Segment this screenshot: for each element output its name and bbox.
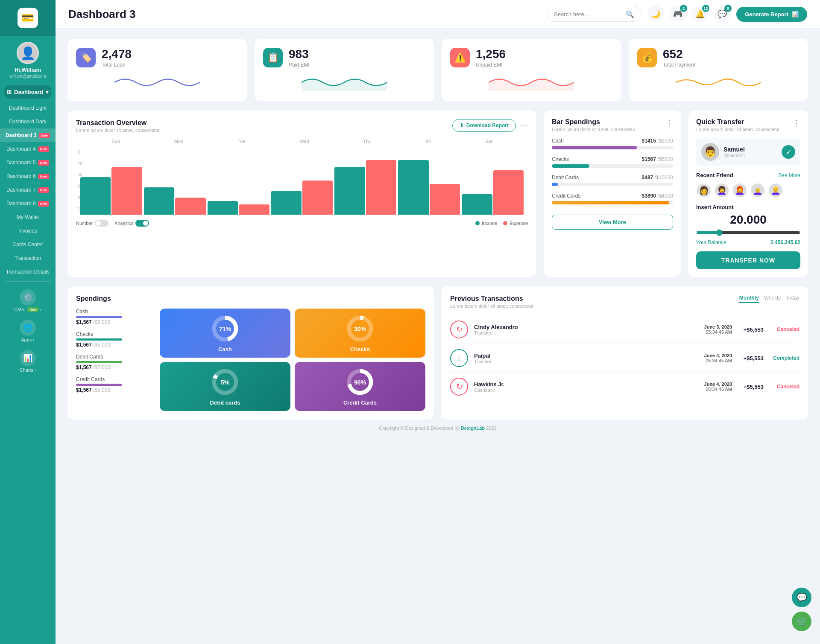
sidebar-item-dashboard-dark[interactable]: Dashboard Dark: [0, 115, 56, 128]
sp-checks-amount: $1,567: [76, 342, 92, 348]
tx-name-hawkins: Hawkins Jr.: [474, 381, 698, 388]
spending-cash: Cash $1415 /$2000: [552, 138, 673, 149]
sidebar-item-dashboard-4[interactable]: Dashboard 4 New: [0, 142, 56, 156]
x-label-mon: Mon: [174, 139, 183, 144]
legend-income: Income: [475, 221, 497, 226]
generate-report-button[interactable]: Generate Report 📊: [736, 7, 807, 22]
sp-credit-label: Credit Cards: [76, 376, 153, 382]
badge-new: New: [38, 174, 49, 179]
cash-label: Cash: [552, 138, 564, 144]
sidebar-item-transaction[interactable]: Transaction: [0, 251, 56, 265]
sidebar-item-invoices[interactable]: Invoices: [0, 224, 56, 238]
tab-monthly[interactable]: Monthly: [739, 295, 759, 303]
see-more-link[interactable]: See More: [778, 172, 800, 178]
sidebar-item-cards-center[interactable]: Cards Center: [0, 238, 56, 251]
donut-grid: 71% Cash 30% Checks: [160, 309, 425, 411]
sidebar-item-my-wallet[interactable]: My Wallet: [0, 210, 56, 224]
bar-coral: [111, 167, 142, 215]
tx-icon-hawkins: ↻: [450, 378, 468, 396]
amount-slider[interactable]: [696, 229, 800, 236]
bar-spendings-subtitle: Lorem ipsum dolor sit amet, consectetur: [552, 127, 636, 132]
donut-credit-label: Credit Cards: [343, 399, 377, 406]
sidebar-item-dashboard-8[interactable]: Dashboard 8 New: [0, 197, 56, 210]
recent-friend-label: Recent Friend: [696, 172, 733, 178]
download-report-button[interactable]: ⬇ Download Report: [452, 119, 516, 132]
tx-amount-hawkins: +$5,553: [738, 384, 764, 390]
quick-transfer-more-btn[interactable]: ⋮: [793, 118, 800, 128]
cart-fab[interactable]: 🛒: [792, 612, 811, 631]
chart-legend: Number Analytics Income: [76, 220, 528, 227]
tab-weekly[interactable]: Weekly: [764, 295, 781, 303]
analytics-toggle[interactable]: [135, 220, 149, 227]
total-loan-icon: 🏷️: [76, 48, 96, 67]
sp-debit-amount: $1,567: [76, 364, 92, 370]
search-icon: 🔍: [626, 10, 634, 18]
bar-chart-area: Sun Mon Tue Wed Thu Fri Sat 100806040200: [76, 139, 528, 215]
bar-group-tue: [208, 201, 269, 215]
debit-cards-progress-fill: [552, 183, 558, 186]
number-toggle[interactable]: [95, 220, 108, 227]
friend-avatar-3[interactable]: 👩‍🦰: [732, 183, 747, 198]
sidebar-item-dashboard-light[interactable]: Dashboard Light: [0, 101, 56, 115]
balance-row: Your Balance $ 456,345.62: [696, 239, 800, 245]
unpaid-emi-value: 1,256: [476, 47, 506, 61]
sidebar-item-dashboard-6[interactable]: Dashboard 6 New: [0, 169, 56, 183]
sidebar-item-cms[interactable]: ⚙️ CMS New ›: [0, 284, 56, 315]
content-area: 🏷️ 2,478 Total Loan 📋 983 Paid EMI: [56, 29, 820, 644]
badge-new: New: [38, 146, 49, 152]
friend-avatar-2[interactable]: 👩‍🦱: [714, 183, 729, 198]
friend-avatar-1[interactable]: 👩: [696, 183, 712, 198]
bell-notif-btn[interactable]: 🔔 12: [692, 6, 708, 22]
sp-cash-bar: [76, 316, 122, 318]
spendings-content: Cash $1,567 /$5,000 Checks $1,567: [76, 309, 425, 411]
x-label-wed: Wed: [299, 139, 309, 144]
friend-avatars: 👩 👩‍🦱 👩‍🦰 👩‍🦳 👩‍🦲: [696, 183, 800, 198]
x-label-thu: Thu: [363, 139, 372, 144]
sidebar-item-dashboard-5[interactable]: Dashboard 5 New: [0, 156, 56, 169]
sp-credit-amount: $1,567: [76, 387, 92, 393]
analytics-label: Analytics: [114, 221, 133, 226]
tx-time-cindy: 05:34:45 AM: [704, 329, 732, 335]
x-label-tue: Tue: [237, 139, 246, 144]
sidebar-item-dashboard-3[interactable]: Dashboard 3 New: [0, 128, 56, 142]
transfer-now-button[interactable]: TRANSFER NOW: [696, 251, 800, 269]
sidebar-nav: Dashboard Light Dashboard Dark Dashboard…: [0, 101, 56, 279]
grid-icon: ⊞: [7, 89, 12, 95]
donut-credit: 96% Credit Cards: [295, 362, 425, 411]
donut-credit-svg: 96%: [345, 367, 375, 397]
apps-label: Apps: [21, 337, 32, 342]
sidebar-item-transaction-details[interactable]: Transaction Details: [0, 265, 56, 279]
bar-spendings-more-btn[interactable]: ⋮: [665, 118, 673, 128]
friend-avatar-4[interactable]: 👩‍🦳: [750, 183, 765, 198]
search-input[interactable]: [554, 11, 622, 17]
tab-today[interactable]: Today: [786, 295, 800, 303]
games-notif-btn[interactable]: 🎮 2: [670, 6, 686, 22]
transfer-user-handle: @sam224: [723, 153, 745, 158]
checks-total: /$5000: [657, 156, 673, 162]
stat-cards: 🏷️ 2,478 Total Loan 📋 983 Paid EMI: [67, 39, 808, 101]
chat-badge: 5: [724, 5, 732, 12]
chat-notif-btn[interactable]: 💬 5: [714, 6, 730, 22]
debit-cards-progress-bar: [552, 183, 673, 186]
cash-progress-bar: [552, 146, 673, 149]
more-options-btn[interactable]: ⋯: [520, 121, 528, 130]
paid-emi-wave: [263, 74, 425, 91]
dashboard-dropdown-btn[interactable]: ⊞ Dashboard ▾: [4, 85, 51, 99]
paid-emi-icon: 📋: [263, 48, 283, 67]
footer-brand-link[interactable]: DexignLab: [461, 425, 485, 431]
credit-cards-progress-fill: [552, 201, 669, 204]
sidebar-item-charts[interactable]: 📊 Charts ›: [0, 345, 56, 375]
bar-group-wed: [271, 181, 333, 215]
credit-cards-progress-bar: [552, 201, 673, 204]
footer-text: Copyright © Designed & Developed by: [379, 425, 460, 431]
expense-dot: [503, 221, 507, 225]
credit-cards-amount: $3890 /$4000: [642, 193, 673, 199]
support-fab[interactable]: 💬: [792, 588, 811, 607]
view-more-button[interactable]: View More: [552, 215, 673, 230]
theme-toggle-btn[interactable]: 🌙: [647, 6, 664, 22]
sidebar-item-apps[interactable]: 🌐 Apps ›: [0, 315, 56, 345]
friend-avatar-5[interactable]: 👩‍🦲: [768, 183, 783, 198]
sidebar-item-dashboard-7[interactable]: Dashboard 7 New: [0, 183, 56, 197]
apps-icon: 🌐: [20, 320, 36, 336]
tx-type-hawkins: Cashback: [474, 388, 698, 393]
